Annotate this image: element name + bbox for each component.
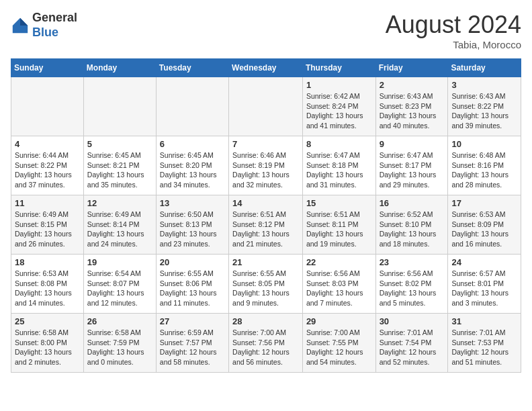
day-info: Sunrise: 6:56 AM Sunset: 8:03 PM Dayligh… (306, 269, 372, 308)
day-info: Sunrise: 6:55 AM Sunset: 8:06 PM Dayligh… (160, 269, 225, 308)
calendar-cell (11, 77, 84, 136)
day-number: 19 (87, 257, 152, 267)
calendar-header-row: SundayMondayTuesdayWednesdayThursdayFrid… (11, 59, 521, 77)
logo-general-text: General (32, 11, 77, 26)
day-info: Sunrise: 6:45 AM Sunset: 8:20 PM Dayligh… (160, 150, 225, 190)
day-number: 25 (15, 316, 80, 326)
calendar-cell: 2Sunrise: 6:43 AM Sunset: 8:23 PM Daylig… (375, 77, 448, 136)
weekday-header-wednesday: Wednesday (229, 59, 303, 77)
page-header: General Blue August 2024 Tabia, Morocco (11, 11, 521, 50)
calendar-week-row: 11Sunrise: 6:49 AM Sunset: 8:15 PM Dayli… (11, 195, 521, 255)
calendar-table: SundayMondayTuesdayWednesdayThursdayFrid… (11, 58, 521, 373)
calendar-cell (83, 77, 156, 136)
calendar-cell: 21Sunrise: 6:55 AM Sunset: 8:05 PM Dayli… (229, 255, 303, 314)
day-info: Sunrise: 6:47 AM Sunset: 8:17 PM Dayligh… (380, 150, 445, 190)
day-number: 5 (87, 139, 152, 149)
calendar-cell: 17Sunrise: 6:53 AM Sunset: 8:09 PM Dayli… (448, 195, 521, 255)
day-info: Sunrise: 6:59 AM Sunset: 7:57 PM Dayligh… (160, 328, 225, 367)
day-info: Sunrise: 7:01 AM Sunset: 7:53 PM Dayligh… (451, 328, 517, 367)
day-number: 23 (380, 257, 445, 267)
calendar-cell: 27Sunrise: 6:59 AM Sunset: 7:57 PM Dayli… (156, 314, 228, 373)
day-number: 18 (15, 257, 80, 267)
calendar-cell: 10Sunrise: 6:48 AM Sunset: 8:16 PM Dayli… (448, 136, 521, 195)
calendar-cell: 6Sunrise: 6:45 AM Sunset: 8:20 PM Daylig… (156, 136, 228, 195)
day-number: 16 (380, 198, 445, 208)
day-info: Sunrise: 6:50 AM Sunset: 8:13 PM Dayligh… (160, 210, 225, 249)
calendar-cell: 13Sunrise: 6:50 AM Sunset: 8:13 PM Dayli… (156, 195, 228, 255)
day-number: 15 (306, 198, 372, 208)
day-info: Sunrise: 6:44 AM Sunset: 8:22 PM Dayligh… (15, 150, 80, 190)
calendar-cell: 12Sunrise: 6:49 AM Sunset: 8:14 PM Dayli… (83, 195, 156, 255)
calendar-week-row: 4Sunrise: 6:44 AM Sunset: 8:22 PM Daylig… (11, 136, 521, 195)
day-number: 31 (451, 316, 517, 326)
calendar-cell: 31Sunrise: 7:01 AM Sunset: 7:53 PM Dayli… (448, 314, 521, 373)
weekday-header-friday: Friday (375, 59, 448, 77)
day-info: Sunrise: 6:46 AM Sunset: 8:19 PM Dayligh… (232, 150, 299, 190)
calendar-cell: 25Sunrise: 6:58 AM Sunset: 8:00 PM Dayli… (11, 314, 84, 373)
day-number: 26 (87, 316, 152, 326)
calendar-cell: 30Sunrise: 7:01 AM Sunset: 7:54 PM Dayli… (375, 314, 448, 373)
calendar-cell: 28Sunrise: 7:00 AM Sunset: 7:56 PM Dayli… (229, 314, 303, 373)
calendar-cell (156, 77, 228, 136)
day-number: 28 (232, 316, 299, 326)
day-info: Sunrise: 6:42 AM Sunset: 8:24 PM Dayligh… (306, 91, 372, 131)
day-info: Sunrise: 6:49 AM Sunset: 8:14 PM Dayligh… (87, 210, 152, 249)
month-year-title: August 2024 (386, 11, 521, 39)
day-number: 29 (306, 316, 372, 326)
day-number: 30 (380, 316, 445, 326)
calendar-cell: 19Sunrise: 6:54 AM Sunset: 8:07 PM Dayli… (83, 255, 156, 314)
day-number: 10 (451, 139, 517, 149)
day-info: Sunrise: 6:51 AM Sunset: 8:11 PM Dayligh… (306, 210, 372, 249)
day-info: Sunrise: 6:45 AM Sunset: 8:21 PM Dayligh… (87, 150, 152, 190)
calendar-cell: 11Sunrise: 6:49 AM Sunset: 8:15 PM Dayli… (11, 195, 84, 255)
calendar-cell: 15Sunrise: 6:51 AM Sunset: 8:11 PM Dayli… (302, 195, 375, 255)
title-block: August 2024 Tabia, Morocco (386, 11, 521, 50)
calendar-cell: 7Sunrise: 6:46 AM Sunset: 8:19 PM Daylig… (229, 136, 303, 195)
calendar-week-row: 1Sunrise: 6:42 AM Sunset: 8:24 PM Daylig… (11, 77, 521, 136)
day-number: 27 (160, 316, 225, 326)
day-number: 14 (232, 198, 299, 208)
weekday-header-thursday: Thursday (302, 59, 375, 77)
day-number: 7 (232, 139, 299, 149)
calendar-cell: 26Sunrise: 6:58 AM Sunset: 7:59 PM Dayli… (83, 314, 156, 373)
calendar-cell: 8Sunrise: 6:47 AM Sunset: 8:18 PM Daylig… (302, 136, 375, 195)
day-number: 3 (451, 80, 517, 90)
day-number: 8 (306, 139, 372, 149)
day-info: Sunrise: 7:01 AM Sunset: 7:54 PM Dayligh… (380, 328, 445, 367)
day-number: 12 (87, 198, 152, 208)
day-info: Sunrise: 6:55 AM Sunset: 8:05 PM Dayligh… (232, 269, 299, 308)
day-info: Sunrise: 7:00 AM Sunset: 7:56 PM Dayligh… (232, 328, 299, 367)
day-info: Sunrise: 6:49 AM Sunset: 8:15 PM Dayligh… (15, 210, 80, 249)
day-info: Sunrise: 6:52 AM Sunset: 8:10 PM Dayligh… (380, 210, 445, 249)
calendar-cell: 23Sunrise: 6:56 AM Sunset: 8:02 PM Dayli… (375, 255, 448, 314)
calendar-cell: 14Sunrise: 6:51 AM Sunset: 8:12 PM Dayli… (229, 195, 303, 255)
day-info: Sunrise: 7:00 AM Sunset: 7:55 PM Dayligh… (306, 328, 372, 367)
svg-marker-1 (20, 17, 28, 25)
day-number: 9 (380, 139, 445, 149)
calendar-week-row: 18Sunrise: 6:53 AM Sunset: 8:08 PM Dayli… (11, 255, 521, 314)
day-number: 22 (306, 257, 372, 267)
location-subtitle: Tabia, Morocco (386, 39, 521, 50)
day-number: 17 (451, 198, 517, 208)
calendar-cell: 5Sunrise: 6:45 AM Sunset: 8:21 PM Daylig… (83, 136, 156, 195)
day-info: Sunrise: 6:53 AM Sunset: 8:09 PM Dayligh… (451, 210, 517, 249)
weekday-header-tuesday: Tuesday (156, 59, 228, 77)
day-info: Sunrise: 6:47 AM Sunset: 8:18 PM Dayligh… (306, 150, 372, 190)
weekday-header-monday: Monday (83, 59, 156, 77)
day-number: 2 (380, 80, 445, 90)
weekday-header-saturday: Saturday (448, 59, 521, 77)
calendar-cell: 1Sunrise: 6:42 AM Sunset: 8:24 PM Daylig… (302, 77, 375, 136)
calendar-cell: 3Sunrise: 6:43 AM Sunset: 8:22 PM Daylig… (448, 77, 521, 136)
day-info: Sunrise: 6:58 AM Sunset: 8:00 PM Dayligh… (15, 328, 80, 367)
day-number: 13 (160, 198, 225, 208)
calendar-cell: 18Sunrise: 6:53 AM Sunset: 8:08 PM Dayli… (11, 255, 84, 314)
calendar-cell: 24Sunrise: 6:57 AM Sunset: 8:01 PM Dayli… (448, 255, 521, 314)
day-info: Sunrise: 6:43 AM Sunset: 8:22 PM Dayligh… (451, 91, 517, 131)
calendar-cell: 9Sunrise: 6:47 AM Sunset: 8:17 PM Daylig… (375, 136, 448, 195)
logo: General Blue (11, 11, 77, 40)
day-info: Sunrise: 6:54 AM Sunset: 8:07 PM Dayligh… (87, 269, 152, 308)
day-number: 24 (451, 257, 517, 267)
day-number: 20 (160, 257, 225, 267)
day-info: Sunrise: 6:51 AM Sunset: 8:12 PM Dayligh… (232, 210, 299, 249)
day-number: 11 (15, 198, 80, 208)
